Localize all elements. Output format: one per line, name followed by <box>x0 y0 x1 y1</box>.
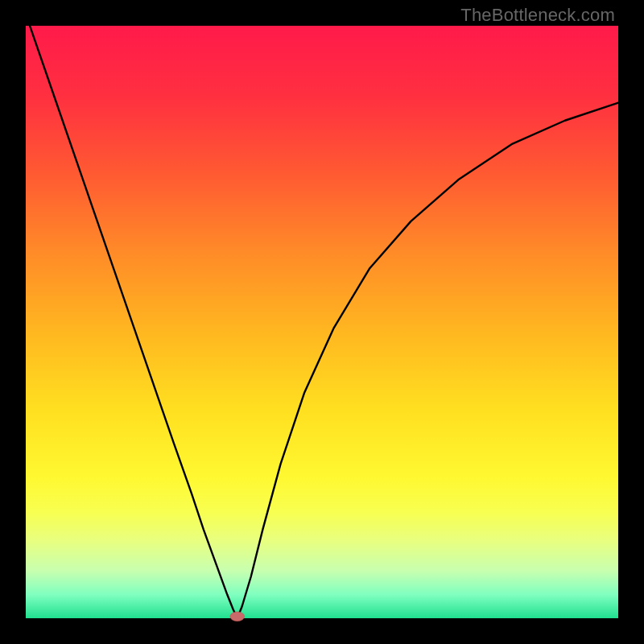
watermark-text: TheBottleneck.com <box>460 5 615 26</box>
bottleneck-curve <box>26 14 618 618</box>
minimum-marker <box>230 612 245 621</box>
chart-frame: TheBottleneck.com <box>0 0 644 644</box>
chart-svg <box>26 26 618 618</box>
